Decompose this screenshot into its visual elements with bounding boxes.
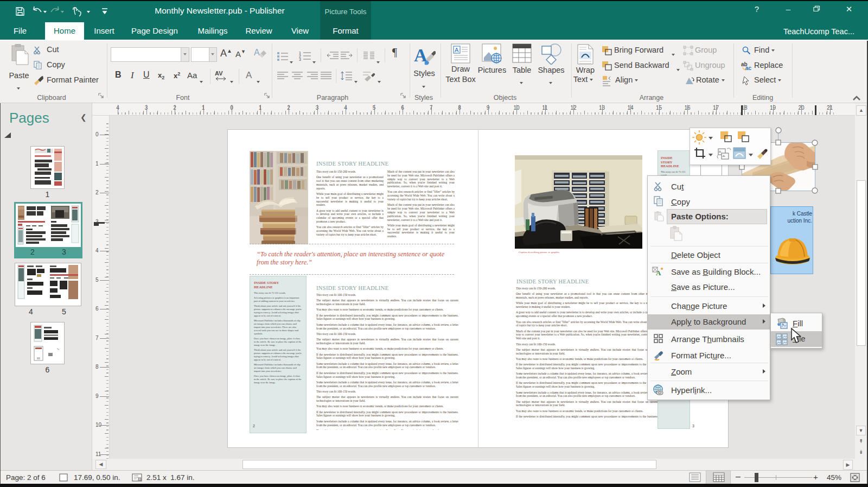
svg-text:A: A (455, 47, 459, 53)
svg-text:AV: AV (215, 70, 223, 77)
svg-text:A: A (254, 48, 260, 57)
svg-text:ac: ac (745, 65, 752, 71)
svg-text:A: A (656, 269, 661, 277)
svg-text:3: 3 (299, 58, 301, 61)
